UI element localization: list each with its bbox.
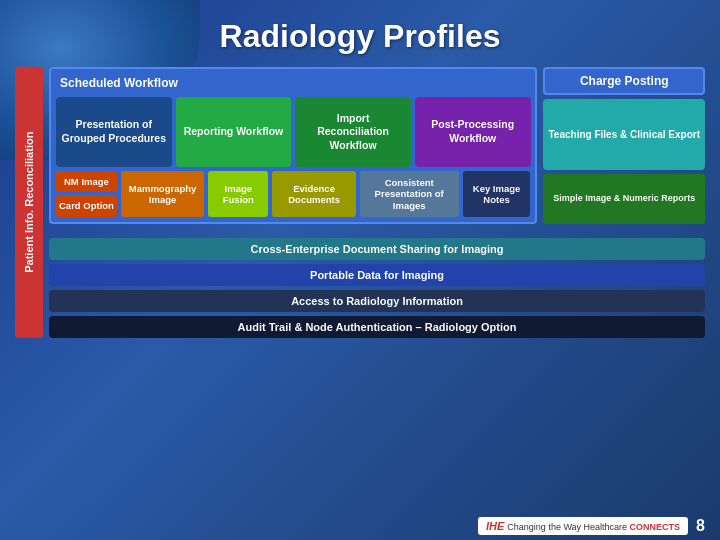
vertical-label: Patient Info. Reconciliation xyxy=(15,67,43,338)
bottom-bars: Cross-Enterprise Document Sharing for Im… xyxy=(49,238,705,338)
bottom-bar-2: Portable Data for Imaging xyxy=(49,264,705,286)
page-title: Radiology Profiles xyxy=(15,10,705,67)
card-option-box: Card Option xyxy=(56,195,117,216)
scheduled-workflow-header: Scheduled Workflow xyxy=(56,74,530,92)
footer: IHE Changing the Way Healthcare CONNECTS… xyxy=(478,517,705,535)
post-processing-box: Post-Processing Workflow xyxy=(415,97,531,167)
charge-posting-header: Charge Posting xyxy=(553,74,695,88)
bottom-bar-3: Access to Radiology Information xyxy=(49,290,705,312)
logo-tagline: Changing the Way Healthcare CONNECTS xyxy=(507,522,680,532)
page-number: 8 xyxy=(696,517,705,535)
evidence-documents-box: Evidence Documents xyxy=(272,171,355,217)
teaching-files-box: Teaching Files & Clinical Export xyxy=(543,99,705,170)
nm-image-box: NM Image xyxy=(56,171,117,192)
workflow-row: Presentation of Grouped Procedures Repor… xyxy=(56,97,530,167)
consistent-presentation-box: Consistent Presentation of Images xyxy=(360,171,459,217)
import-reconciliation-box: Import Reconciliation Workflow xyxy=(295,97,411,167)
simple-image-box: Simple Image & Numeric Reports xyxy=(543,174,705,224)
nm-column: NM Image Card Option xyxy=(56,171,117,217)
charge-posting-section: Charge Posting xyxy=(543,67,705,95)
presentation-grouped-box: Presentation of Grouped Procedures xyxy=(56,97,172,167)
footer-logo: IHE Changing the Way Healthcare CONNECTS xyxy=(478,517,688,535)
key-image-notes-box: Key Image Notes xyxy=(463,171,531,217)
logo-ine: IHE xyxy=(486,520,504,532)
mammography-image-box: Mammography Image xyxy=(121,171,204,217)
connects-text: CONNECTS xyxy=(630,522,681,532)
bottom-bar-1: Cross-Enterprise Document Sharing for Im… xyxy=(49,238,705,260)
image-fusion-box: Image Fusion xyxy=(208,171,268,217)
bottom-bar-4: Audit Trail & Node Authentication – Radi… xyxy=(49,316,705,338)
reporting-workflow-box: Reporting Workflow xyxy=(176,97,292,167)
image-row: NM Image Card Option Mammography Image I… xyxy=(56,171,530,217)
